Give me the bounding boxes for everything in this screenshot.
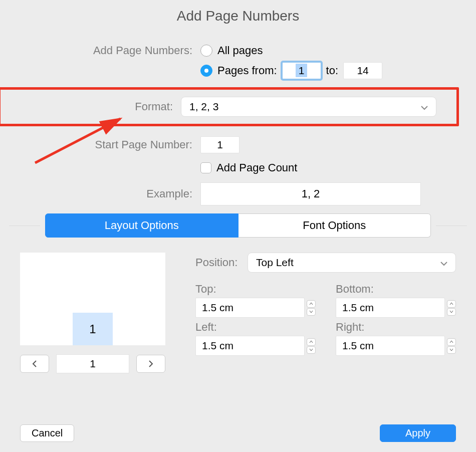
margin-top-label: Top: <box>195 283 316 296</box>
next-page-button[interactable] <box>136 355 165 373</box>
margin-right-stepper[interactable] <box>447 338 456 354</box>
tab-font-options[interactable]: Font Options <box>239 213 431 238</box>
margin-right-label: Right: <box>336 321 456 334</box>
pages-to-input[interactable]: 14 <box>343 62 382 79</box>
format-row-highlight: Format: 1, 2, 3 <box>0 87 459 126</box>
apply-button[interactable]: Apply <box>380 424 456 442</box>
margin-left-label: Left: <box>195 321 316 334</box>
radio-pages-from-label: Pages from: <box>217 64 277 77</box>
dialog-title: Add Page Numbers <box>0 0 476 24</box>
margin-top-input[interactable]: 1.5 cm <box>195 298 305 318</box>
divider <box>436 225 467 226</box>
range-label: Add Page Numbers: <box>20 44 200 57</box>
example-label: Example: <box>20 187 200 200</box>
format-label: Format: <box>31 100 181 113</box>
preview-page-input[interactable]: 1 <box>56 354 129 373</box>
margin-left-input[interactable]: 1.5 cm <box>195 336 305 356</box>
position-label: Position: <box>195 256 241 269</box>
add-page-count-checkbox[interactable] <box>200 162 211 173</box>
position-dropdown[interactable]: Top Left <box>248 253 456 273</box>
radio-all-pages-label: All pages <box>217 44 263 57</box>
preview-page-number: 1 <box>73 313 113 345</box>
radio-pages-from[interactable] <box>200 65 212 77</box>
cancel-button[interactable]: Cancel <box>20 424 74 442</box>
chevron-down-icon <box>440 257 447 269</box>
format-dropdown[interactable]: 1, 2, 3 <box>181 97 436 117</box>
divider <box>9 225 40 226</box>
radio-all-pages[interactable] <box>200 45 212 57</box>
margin-bottom-label: Bottom: <box>336 283 456 296</box>
to-label: to: <box>326 64 338 77</box>
page-preview: 1 <box>20 253 165 345</box>
format-dropdown-value: 1, 2, 3 <box>189 101 218 113</box>
start-page-input[interactable]: 1 <box>200 136 240 153</box>
tab-layout-options[interactable]: Layout Options <box>45 213 239 238</box>
chevron-down-icon <box>421 101 428 113</box>
start-page-label: Start Page Number: <box>20 138 200 151</box>
add-page-count-label: Add Page Count <box>216 161 297 174</box>
pages-from-input[interactable]: 1 <box>282 62 321 79</box>
position-dropdown-value: Top Left <box>256 257 294 269</box>
margin-right-input[interactable]: 1.5 cm <box>336 336 445 356</box>
margin-left-stepper[interactable] <box>307 338 316 354</box>
example-output: 1, 2 <box>200 182 421 205</box>
margin-bottom-input[interactable]: 1.5 cm <box>336 298 445 318</box>
margin-bottom-stepper[interactable] <box>447 300 456 316</box>
margin-top-stepper[interactable] <box>307 300 316 316</box>
prev-page-button[interactable] <box>20 355 49 373</box>
